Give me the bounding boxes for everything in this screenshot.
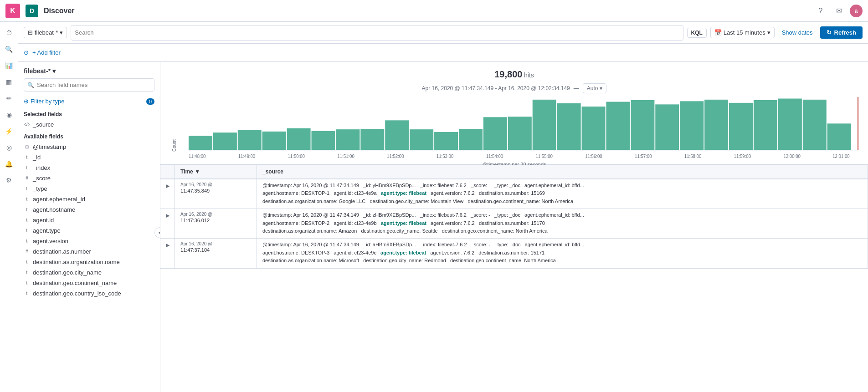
- query-bar: ⊟ filebeat-* ▾ KQL 📅 Last 15 minutes ▾ S…: [18, 22, 868, 44]
- svg-rect-3: [238, 130, 262, 150]
- notifications-button[interactable]: ✉: [832, 4, 846, 18]
- svg-text:11:57:00: 11:57:00: [635, 153, 652, 159]
- field-item-source[interactable]: </> _source: [18, 119, 160, 130]
- search-fields-input[interactable]: [24, 78, 154, 92]
- time-column-header[interactable]: Time ▼: [175, 165, 257, 178]
- svg-text:11:53:00: 11:53:00: [437, 153, 453, 159]
- row-time-cell-1: Apr 16, 2020 @ 11:47:35.849: [175, 179, 257, 209]
- field-name-agent-type: agent.type: [33, 227, 61, 234]
- sidebar-item-visualize[interactable]: 📊: [2, 58, 16, 73]
- field-name-dest-geo-city: destination.geo.city_name: [33, 269, 102, 276]
- dash-separator: —: [574, 85, 579, 92]
- svg-rect-10: [410, 129, 433, 150]
- sidebar-item-recent[interactable]: ⏱: [2, 25, 16, 40]
- auto-select[interactable]: Auto ▾: [583, 83, 607, 93]
- field-item-index[interactable]: t _index: [18, 163, 160, 173]
- kql-badge[interactable]: KQL: [687, 28, 707, 38]
- sidebar-item-alerts[interactable]: 🔔: [2, 157, 16, 171]
- row-expand-cell-2[interactable]: ▶: [160, 209, 175, 238]
- help-button[interactable]: ?: [813, 4, 828, 18]
- field-name-dest-geo-country: destination.geo.country_iso_code: [33, 290, 121, 297]
- field-item-dest-as-org[interactable]: t destination.as.organization.name: [18, 257, 160, 267]
- chart-area: 19,800 hits Apr 16, 2020 @ 11:47:34.149 …: [160, 62, 868, 165]
- svg-rect-2: [213, 132, 237, 150]
- field-item-score[interactable]: # _score: [18, 173, 160, 183]
- svg-rect-18: [606, 102, 630, 150]
- histogram-chart: 11:48:00 11:49:00 11:50:00 11:51:00 11:5…: [188, 97, 859, 161]
- search-input-wrap[interactable]: [71, 25, 683, 41]
- field-type-text-icon2: t: [24, 165, 30, 170]
- field-item-agent-type[interactable]: t agent.type: [18, 225, 160, 236]
- svg-rect-25: [778, 99, 802, 150]
- svg-rect-27: [827, 123, 851, 150]
- index-pattern-name: filebeat-* ▾: [24, 67, 56, 75]
- field-name-agent-hostname: agent.hostname: [33, 206, 75, 213]
- svg-text:11:59:00: 11:59:00: [734, 153, 751, 159]
- index-pattern-icon: ⊟: [28, 29, 33, 36]
- field-type-text-icon9: t: [24, 260, 30, 265]
- field-item-agent-ephemeral-id[interactable]: t agent.ephemeral_id: [18, 194, 160, 204]
- sidebar-item-dashboard[interactable]: ▦: [2, 75, 16, 89]
- field-type-text-icon: t: [24, 155, 30, 160]
- row-expand-cell-3[interactable]: ▶: [160, 239, 175, 268]
- available-fields-header: Available fields: [18, 130, 160, 142]
- filter-by-type-row[interactable]: ⊕ Filter by type 0: [24, 95, 154, 107]
- row-expand-cell-1[interactable]: ▶: [160, 179, 175, 209]
- svg-rect-15: [533, 100, 556, 150]
- time-range-selector[interactable]: 📅 Last 15 minutes ▾: [710, 27, 775, 38]
- top-nav: K D Discover ? ✉ a: [0, 0, 868, 22]
- filter-count-badge: 0: [146, 98, 154, 105]
- sidebar-item-graph[interactable]: ◎: [2, 140, 16, 155]
- field-name-agent-id: agent.id: [33, 217, 54, 224]
- svg-rect-19: [631, 100, 654, 150]
- field-type-text-icon3: t: [24, 186, 30, 191]
- table-header-row: Time ▼ _source: [160, 165, 868, 179]
- svg-rect-24: [754, 100, 777, 150]
- field-name-timestamp: @timestamp: [33, 143, 66, 150]
- field-item-dest-geo-city[interactable]: t destination.geo.city_name: [18, 267, 160, 278]
- sidebar-item-settings[interactable]: ⚙: [2, 173, 16, 188]
- add-filter-button[interactable]: + Add filter: [32, 49, 61, 56]
- field-item-type[interactable]: t _type: [18, 183, 160, 194]
- fields-list: Selected fields </> _source Available fi…: [18, 107, 160, 392]
- field-item-dest-as-number[interactable]: # destination.as.number: [18, 246, 160, 257]
- field-item-dest-geo-continent[interactable]: t destination.geo.continent_name: [18, 278, 160, 288]
- main-content: 19,800 hits Apr 16, 2020 @ 11:47:34.149 …: [160, 62, 868, 392]
- field-name-dest-as-number: destination.as.number: [33, 248, 91, 255]
- avatar[interactable]: a: [850, 5, 863, 17]
- search-fields-wrap[interactable]: 🔍: [24, 78, 154, 92]
- field-item-agent-version[interactable]: t agent.version: [18, 236, 160, 246]
- sidebar-item-discover[interactable]: 🔍: [2, 42, 16, 56]
- content-area: filebeat-* ▾ 🔍 ⊕ Filter by type 0: [18, 62, 868, 392]
- filter-icon: ⊕: [24, 98, 29, 105]
- chart-date-row: Apr 16, 2020 @ 11:47:34.149 - Apr 16, 20…: [169, 83, 859, 93]
- search-input[interactable]: [75, 29, 679, 36]
- refresh-icon: ↻: [827, 29, 832, 36]
- svg-rect-23: [729, 103, 753, 150]
- field-item-id[interactable]: t _id: [18, 152, 160, 163]
- source-column-header: _source: [257, 165, 868, 178]
- sidebar-item-canvas[interactable]: ✏: [2, 91, 16, 106]
- index-pattern-selector[interactable]: ⊟ filebeat-* ▾: [24, 27, 67, 38]
- sidebar-item-maps[interactable]: ◉: [2, 107, 16, 122]
- index-pattern-chevron: ▾: [60, 29, 63, 36]
- svg-rect-11: [434, 132, 458, 150]
- row-source-cell-2: @timestamp: Apr 16, 2020 @ 11:47:34.149 …: [257, 209, 868, 238]
- expand-column-header: [160, 165, 175, 178]
- field-item-timestamp[interactable]: ⊟ @timestamp: [18, 142, 160, 152]
- show-dates-button[interactable]: Show dates: [778, 27, 817, 38]
- svg-rect-4: [262, 132, 286, 150]
- svg-rect-12: [459, 129, 483, 150]
- field-item-dest-geo-country[interactable]: t destination.geo.country_iso_code: [18, 288, 160, 299]
- svg-rect-13: [483, 117, 507, 150]
- refresh-button[interactable]: ↻ Refresh: [820, 26, 863, 39]
- field-type-source-icon: </>: [24, 122, 30, 127]
- svg-text:11:56:00: 11:56:00: [585, 153, 602, 159]
- field-type-date-icon: ⊟: [24, 144, 30, 149]
- sidebar-item-ml[interactable]: ⚡: [2, 124, 16, 138]
- svg-rect-7: [336, 129, 360, 150]
- field-item-agent-hostname[interactable]: t agent.hostname: [18, 204, 160, 215]
- chart-container: Count: [169, 97, 859, 161]
- field-item-agent-id[interactable]: t agent.id: [18, 215, 160, 225]
- time-chevron: ▾: [767, 29, 770, 36]
